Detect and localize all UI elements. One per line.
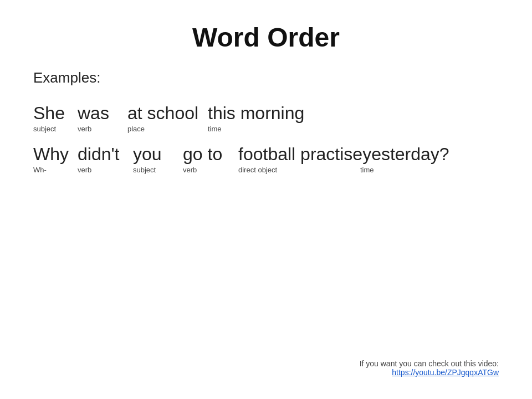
word-why: Why (33, 144, 78, 165)
sentence-1-words: She was at school this morning (33, 103, 499, 124)
word-go-to: go to (183, 144, 238, 165)
sentence-1-block: She was at school this morning subject v… (33, 103, 499, 133)
sentence-2-labels: Wh- verb subject verb direct object time (33, 166, 499, 174)
examples-label: Examples: (33, 69, 499, 86)
word-she: She (33, 103, 78, 124)
word-you: you (133, 144, 183, 165)
page: Word Order Examples: She was at school t… (0, 0, 532, 399)
sentence-1-labels: subject verb place time (33, 125, 499, 133)
label-direct-object: direct object (238, 166, 360, 174)
label-verb-1: verb (78, 125, 127, 133)
label-subject-2: subject (133, 166, 183, 174)
label-time-2: time (360, 166, 374, 174)
word-this-morning: this morning (208, 103, 304, 124)
word-at-school: at school (127, 103, 208, 124)
word-football-practise: football practise (238, 144, 362, 165)
label-verb-2: verb (78, 166, 133, 174)
footer-link[interactable]: https://youtu.be/ZPJgqqxATGw (360, 368, 499, 377)
footer: If you want you can check out this video… (360, 359, 499, 377)
sentence-2-block: Why didn't you go to football practise y… (33, 144, 499, 174)
page-title: Word Order (33, 22, 499, 53)
footer-text: If you want you can check out this video… (360, 359, 499, 368)
label-wh: Wh- (33, 166, 78, 174)
word-yesterday: yesterday? (362, 144, 449, 165)
sentence-2-words: Why didn't you go to football practise y… (33, 144, 499, 165)
label-place: place (127, 125, 208, 133)
label-verb-3: verb (183, 166, 238, 174)
word-was: was (78, 103, 127, 124)
label-time-1: time (208, 125, 222, 133)
label-subject: subject (33, 125, 78, 133)
word-didnt: didn't (78, 144, 133, 165)
